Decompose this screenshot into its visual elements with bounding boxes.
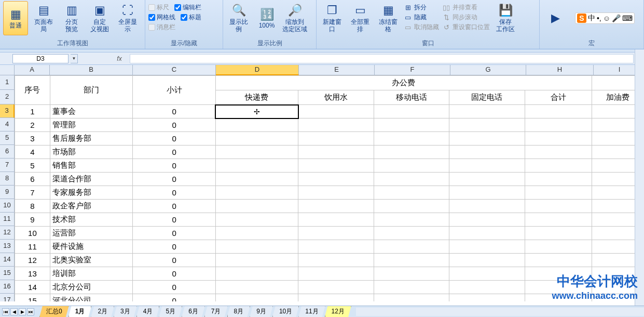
cell-A14[interactable]: 12	[15, 254, 50, 267]
sheet-tab-5月[interactable]: 5月	[159, 306, 182, 318]
cell-F3[interactable]	[374, 105, 449, 118]
cell-B11[interactable]: 技术部	[50, 213, 133, 227]
cell-A8[interactable]: 6	[15, 173, 50, 186]
cell-C5[interactable]: 0	[133, 132, 215, 146]
cell-G11[interactable]	[449, 213, 525, 227]
new-window-button[interactable]: ❐新建窗口	[320, 1, 345, 35]
tab-prev-button[interactable]: ◀	[10, 308, 18, 315]
cell-H5[interactable]	[525, 132, 592, 146]
header-cell-E[interactable]: 饮用水	[298, 90, 374, 105]
save-workspace-button[interactable]: 💾保存 工作区	[493, 1, 518, 35]
cell-D16[interactable]	[215, 281, 298, 294]
cell-E7[interactable]	[298, 159, 374, 173]
sheet-tab-10月[interactable]: 10月	[272, 306, 299, 318]
cell-E9[interactable]	[298, 186, 374, 200]
cell-A13[interactable]: 11	[15, 240, 50, 254]
cell-B14[interactable]: 北奥实验室	[50, 254, 133, 267]
cell-F6[interactable]	[374, 146, 449, 159]
cell-H7[interactable]	[525, 159, 592, 173]
cell-G4[interactable]	[449, 118, 525, 132]
name-box[interactable]: D3	[12, 54, 68, 63]
checkbox-标尺[interactable]: 标尺	[148, 3, 169, 12]
cell-F4[interactable]	[374, 118, 449, 132]
sheet-tab-6月[interactable]: 6月	[182, 306, 205, 318]
cell-H9[interactable]	[525, 186, 592, 200]
row-header-4[interactable]: 4	[0, 118, 15, 131]
checkbox-input[interactable]	[148, 14, 155, 21]
header-merged-office[interactable]: 办公费	[215, 76, 592, 90]
cell-G5[interactable]	[449, 132, 525, 146]
view-page-break-button[interactable]: ▥分页 预览	[59, 1, 84, 35]
cell-C13[interactable]: 0	[133, 240, 215, 254]
cell-G7[interactable]	[449, 159, 525, 173]
cell-C12[interactable]: 0	[133, 227, 215, 240]
cell-A15[interactable]: 13	[15, 267, 50, 281]
cell-B13[interactable]: 硬件设施	[50, 240, 133, 254]
cell-E8[interactable]	[298, 173, 374, 186]
view-normal-button[interactable]: ▦普通	[3, 1, 28, 35]
cell-G10[interactable]	[449, 200, 525, 213]
cell-F11[interactable]	[374, 213, 449, 227]
side-by-side-button[interactable]: ▯▯并排查看	[442, 3, 490, 12]
row-header-7[interactable]: 7	[0, 158, 15, 172]
cell-A17[interactable]: 15	[15, 294, 50, 302]
row-header-2[interactable]: 2	[0, 90, 15, 104]
cell-G12[interactable]	[449, 227, 525, 240]
cell-H10[interactable]	[525, 200, 592, 213]
cell-E10[interactable]	[298, 200, 374, 213]
cell-E4[interactable]	[298, 118, 374, 132]
header-cell-D[interactable]: 快递费	[215, 90, 298, 105]
cell-F9[interactable]	[374, 186, 449, 200]
cell-D17[interactable]	[215, 294, 298, 302]
checkbox-标题[interactable]: 标题	[181, 13, 201, 22]
sheet-tab-9月[interactable]: 9月	[250, 306, 273, 318]
checkbox-input[interactable]	[148, 24, 155, 31]
horizontal-scrollbar[interactable]	[356, 308, 644, 316]
zoom-100-button[interactable]: 🔢100%	[254, 1, 279, 35]
cell-B6[interactable]: 市场部	[50, 146, 133, 159]
cell-A6[interactable]: 4	[15, 146, 50, 159]
cell-F12[interactable]	[374, 227, 449, 240]
cell-A4[interactable]: 2	[15, 118, 50, 132]
cell-C7[interactable]: 0	[133, 159, 215, 173]
arrange-all-button[interactable]: ▭全部重排	[348, 1, 373, 35]
cell-F13[interactable]	[374, 240, 449, 254]
col-header-H[interactable]: H	[526, 65, 594, 75]
checkbox-input[interactable]	[148, 4, 155, 11]
unhide-button[interactable]: ▭取消隐藏	[404, 23, 439, 32]
cell-B3[interactable]: 董事会	[50, 105, 133, 118]
sheet-tab-3月[interactable]: 3月	[114, 306, 137, 318]
cell-A11[interactable]: 9	[15, 213, 50, 227]
header-cell-B[interactable]: 部门	[50, 76, 133, 105]
col-header-B[interactable]: B	[50, 65, 133, 75]
sheet-tab-11月[interactable]: 11月	[298, 306, 325, 318]
macros-button[interactable]: ▶	[543, 1, 568, 35]
split-button[interactable]: ⊞拆分	[404, 3, 439, 12]
cell-B17[interactable]: 河北分公司	[50, 294, 133, 302]
cell-D6[interactable]	[215, 146, 298, 159]
cell-B12[interactable]: 运营部	[50, 227, 133, 240]
cell-D12[interactable]	[215, 227, 298, 240]
cell-B7[interactable]: 销售部	[50, 159, 133, 173]
row-header-9[interactable]: 9	[0, 186, 15, 199]
row-header-10[interactable]: 10	[0, 199, 15, 213]
cell-B5[interactable]: 售后服务部	[50, 132, 133, 146]
fx-button[interactable]: fx	[109, 55, 130, 62]
cell-E14[interactable]	[298, 254, 374, 267]
cell-F15[interactable]	[374, 267, 449, 281]
tab-last-button[interactable]: ⏭	[27, 308, 34, 315]
row-header-17[interactable]: 17	[0, 294, 15, 301]
row-header-12[interactable]: 12	[0, 226, 15, 240]
cell-D13[interactable]	[215, 240, 298, 254]
hide-button[interactable]: ▭隐藏	[404, 13, 439, 22]
row-header-8[interactable]: 8	[0, 172, 15, 186]
cell-B16[interactable]: 北京分公司	[50, 281, 133, 294]
row-header-5[interactable]: 5	[0, 131, 15, 145]
checkbox-input[interactable]	[181, 14, 187, 21]
cell-C15[interactable]: 0	[133, 267, 215, 281]
checkbox-input[interactable]	[174, 4, 181, 11]
cell-A16[interactable]: 14	[15, 281, 50, 294]
cell-C14[interactable]: 0	[133, 254, 215, 267]
ime-logo-icon[interactable]: S	[577, 14, 586, 23]
cell-C6[interactable]: 0	[133, 146, 215, 159]
